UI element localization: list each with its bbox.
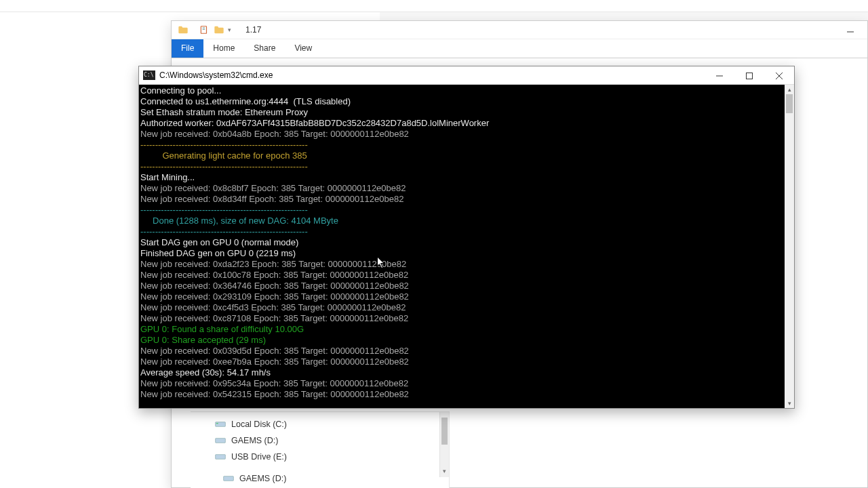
cmd-line: ----------------------------------------…	[140, 161, 783, 172]
cmd-line: ----------------------------------------…	[140, 140, 783, 150]
cmd-line: Average speed (30s): 54.17 mh/s	[140, 367, 783, 378]
tab-home[interactable]: Home	[203, 39, 244, 58]
tree-label: GAEMS (D:)	[231, 436, 278, 445]
explorer-title: 1.17	[245, 25, 261, 35]
tree-item-usb-e[interactable]: USB Drive (E:)	[191, 449, 449, 465]
svg-rect-6	[224, 476, 234, 481]
tree-scrollbar[interactable]: ▾	[439, 412, 449, 477]
qat-newfolder-icon[interactable]	[214, 24, 224, 35]
cmd-line: New job received: 0xc4f5d3 Epoch: 385 Ta…	[140, 302, 783, 313]
cmd-line: Done (1288 ms), size of new DAG: 4104 MB…	[140, 216, 783, 226]
explorer-ribbon: File Home Share View	[172, 39, 867, 58]
scrollbar-thumb[interactable]	[786, 94, 793, 113]
svg-rect-2	[216, 422, 226, 427]
svg-rect-4	[216, 439, 226, 443]
cmd-output[interactable]: Connecting to pool...Connected to us1.et…	[139, 85, 785, 408]
cmd-line: New job received: 0x8c8bf7 Epoch: 385 Ta…	[140, 183, 783, 194]
tree-item-local-disk-c[interactable]: Local Disk (C:)	[191, 416, 449, 432]
cmd-line: Set Ethash stratum mode: Ethereum Proxy	[140, 107, 783, 118]
cmd-scrollbar[interactable]: ▴ ▾	[785, 85, 794, 408]
folder-icon	[178, 24, 189, 35]
cmd-line: Generating light cache for epoch 385	[140, 150, 783, 161]
tree-item-gaems-d-2[interactable]: GAEMS (D:)	[191, 470, 449, 487]
cmd-line: New job received: 0xc87108 Epoch: 385 Ta…	[140, 313, 783, 324]
cmd-line: GPU 0: Share accepted (29 ms)	[140, 335, 783, 346]
tree-item-gaems-d[interactable]: GAEMS (D:)	[191, 432, 449, 449]
cmd-titlebar[interactable]: C:\Windows\system32\cmd.exe	[139, 66, 794, 85]
usb-drive-icon	[215, 453, 227, 461]
scroll-down-icon[interactable]: ▾	[785, 399, 794, 408]
cmd-line: New job received: 0x364746 Epoch: 385 Ta…	[140, 281, 783, 291]
tab-share[interactable]: Share	[244, 39, 285, 58]
cmd-line: New job received: 0xb04a8b Epoch: 385 Ta…	[140, 129, 783, 140]
drive-icon	[215, 420, 227, 428]
cmd-title: C:\Windows\system32\cmd.exe	[159, 70, 273, 80]
cmd-maximize-button[interactable]	[734, 66, 764, 85]
explorer-nav-tree[interactable]: Local Disk (C:) GAEMS (D:) USB Drive (E:…	[191, 411, 450, 488]
cmd-line: New job received: 0x293109 Epoch: 385 Ta…	[140, 291, 783, 302]
tab-file[interactable]: File	[172, 39, 203, 58]
cmd-line: New job received: 0x8d34ff Epoch: 385 Ta…	[140, 194, 783, 205]
cmd-window[interactable]: C:\Windows\system32\cmd.exe Connecting t…	[138, 66, 795, 409]
qat-dropdown-icon[interactable]: ▾	[228, 26, 231, 33]
cmd-line: New job received: 0x100c78 Epoch: 385 Ta…	[140, 270, 783, 281]
tree-label: USB Drive (E:)	[231, 452, 287, 462]
svg-rect-3	[216, 423, 218, 424]
cmd-line: Connecting to pool...	[140, 85, 783, 96]
cmd-sysmenu-icon[interactable]	[143, 70, 155, 80]
cmd-line: New job received: 0x95c34a Epoch: 385 Ta…	[140, 378, 783, 389]
svg-rect-7	[747, 73, 753, 79]
cmd-line: Start DAG gen on GPU 0 (normal mode)	[140, 237, 783, 248]
scroll-up-icon[interactable]: ▴	[785, 85, 794, 94]
tree-label: GAEMS (D:)	[239, 474, 286, 483]
qat-properties-icon[interactable]	[199, 24, 210, 35]
scrollbar-thumb[interactable]	[441, 418, 448, 445]
scroll-down-icon[interactable]: ▾	[440, 466, 449, 476]
explorer-minimize-button[interactable]	[840, 25, 861, 39]
cmd-line: Authorized worker: 0xdAF673AFf4315BfabB8…	[140, 118, 783, 129]
tree-label: Local Disk (C:)	[231, 420, 287, 429]
cmd-line: ----------------------------------------…	[140, 226, 783, 237]
cmd-close-button[interactable]	[764, 66, 794, 85]
cmd-line: New job received: 0xda2f23 Epoch: 385 Ta…	[140, 259, 783, 270]
cmd-line: ----------------------------------------…	[140, 205, 783, 216]
background-chrome	[0, 0, 868, 12]
cmd-line: New job received: 0x039d5d Epoch: 385 Ta…	[140, 346, 783, 357]
cmd-line: Finished DAG gen on GPU 0 (2219 ms)	[140, 248, 783, 259]
cmd-line: Start Mining...	[140, 172, 783, 183]
cmd-line: GPU 0: Found a share of difficulty 10.00…	[140, 324, 783, 335]
svg-rect-5	[216, 455, 226, 460]
cmd-minimize-button[interactable]	[705, 66, 734, 85]
tab-view[interactable]: View	[285, 39, 321, 58]
cmd-line: Connected to us1.ethermine.org:4444 (TLS…	[140, 96, 783, 107]
cmd-line: New job received: 0x542315 Epoch: 385 Ta…	[140, 389, 783, 400]
drive-icon	[223, 474, 235, 483]
cmd-line: New job received: 0xee7b9a Epoch: 385 Ta…	[140, 357, 783, 367]
drive-icon	[215, 436, 227, 445]
explorer-titlebar[interactable]: ▾ 1.17	[172, 21, 867, 39]
